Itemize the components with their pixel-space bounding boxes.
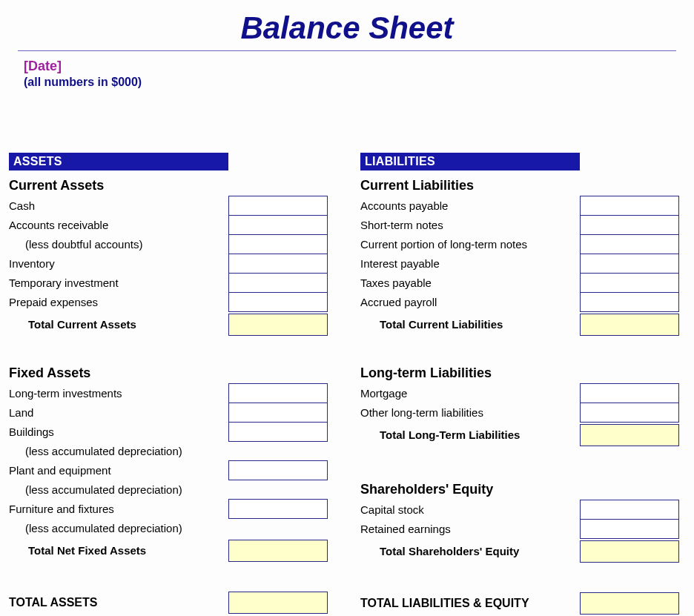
line-item-label: Other long-term liabilities [360, 403, 580, 423]
line-item-row: Temporary investment [9, 274, 334, 293]
total-current-liabilities-label: Total Current Liabilities [360, 312, 580, 337]
total-shareholders-equity-label: Total Shareholders' Equity [360, 539, 580, 564]
line-item-row: Long-term investments [9, 384, 334, 403]
line-item-row: Accounts receivable [9, 216, 334, 235]
total-longterm-liabilities-row: Total Long-Term Liabilities [360, 423, 685, 448]
line-item-label: Interest payable [360, 254, 580, 274]
total-fixed-assets-cell[interactable] [228, 540, 328, 562]
line-item-label: (less doubtful accounts) [9, 235, 228, 254]
total-longterm-liabilities-label: Total Long-Term Liabilities [360, 423, 580, 448]
line-item-label: Short-term notes [360, 216, 580, 235]
line-item-cell[interactable] [580, 500, 679, 520]
line-item-row: Retained earnings [360, 520, 685, 539]
line-item-label: Accrued payroll [360, 293, 580, 312]
total-liabilities-equity-label: TOTAL LIABILITIES & EQUITY [360, 597, 580, 610]
line-item-cell[interactable] [228, 273, 328, 293]
line-item-row: (less accumulated depreciation) [9, 519, 334, 538]
line-item-cell[interactable] [228, 499, 328, 519]
line-item-cell[interactable] [580, 234, 679, 254]
line-item-cell[interactable] [580, 254, 679, 274]
line-item-row: Other long-term liabilities [360, 403, 685, 423]
total-liabilities-equity-cell[interactable] [580, 592, 679, 615]
line-item-label: (less accumulated depreciation) [9, 480, 228, 500]
line-item-cell[interactable] [228, 196, 328, 216]
shareholders-equity-heading: Shareholders' Equity [360, 482, 685, 497]
line-item-label: Furniture and fixtures [9, 500, 228, 519]
line-item-label: Taxes payable [360, 274, 580, 293]
fixed-assets-heading: Fixed Assets [9, 365, 334, 381]
total-liabilities-equity-row: TOTAL LIABILITIES & EQUITY [360, 591, 685, 616]
line-item-cell[interactable] [580, 215, 679, 235]
line-item-row: Mortgage [360, 384, 685, 403]
empty-cell-spacer [228, 519, 328, 538]
line-item-label: Cash [9, 196, 228, 216]
line-item-row: Short-term notes [360, 216, 685, 235]
line-item-row: Land [9, 403, 334, 423]
line-item-cell[interactable] [580, 196, 679, 216]
line-item-label: Accounts receivable [9, 216, 228, 235]
total-current-assets-cell[interactable] [228, 314, 328, 336]
longterm-liabilities-rows: MortgageOther long-term liabilities [360, 384, 685, 423]
line-item-row: Current portion of long-term notes [360, 235, 685, 254]
total-fixed-assets-label: Total Net Fixed Assets [9, 538, 228, 563]
total-longterm-liabilities-cell[interactable] [580, 424, 679, 446]
line-item-row: (less doubtful accounts) [9, 235, 334, 254]
total-current-assets-row: Total Current Assets [9, 312, 334, 337]
date-placeholder[interactable]: [Date] [24, 59, 690, 74]
line-item-label: Current portion of long-term notes [360, 235, 580, 254]
line-item-label: Mortgage [360, 384, 580, 403]
line-item-row: Inventory [9, 254, 334, 274]
total-fixed-assets-row: Total Net Fixed Assets [9, 538, 334, 563]
current-liabilities-heading: Current Liabilities [360, 178, 685, 193]
line-item-cell[interactable] [228, 254, 328, 274]
line-item-label: (less accumulated depreciation) [9, 519, 228, 538]
line-item-cell[interactable] [228, 215, 328, 235]
total-current-liabilities-cell[interactable] [580, 314, 679, 336]
line-item-row: (less accumulated depreciation) [9, 442, 334, 461]
line-item-row: Capital stock [360, 500, 685, 520]
columns: ASSETS Current Assets CashAccounts recei… [4, 153, 690, 616]
assets-column: ASSETS Current Assets CashAccounts recei… [9, 153, 334, 616]
total-shareholders-equity-cell[interactable] [580, 540, 679, 563]
title-divider [18, 50, 676, 51]
total-assets-cell[interactable] [228, 592, 328, 614]
assets-bar: ASSETS [9, 153, 228, 170]
line-item-row: Prepaid expenses [9, 293, 334, 312]
line-item-cell[interactable] [228, 234, 328, 254]
empty-cell-spacer [228, 480, 328, 500]
line-item-label: Prepaid expenses [9, 293, 228, 312]
current-assets-rows: CashAccounts receivable(less doubtful ac… [9, 196, 334, 312]
line-item-cell[interactable] [228, 422, 328, 442]
line-item-row: Taxes payable [360, 274, 685, 293]
total-current-liabilities-row: Total Current Liabilities [360, 312, 685, 337]
shareholders-equity-rows: Capital stockRetained earnings [360, 500, 685, 539]
total-shareholders-equity-row: Total Shareholders' Equity [360, 539, 685, 564]
line-item-label: Long-term investments [9, 384, 228, 403]
line-item-cell[interactable] [580, 403, 679, 423]
line-item-label: Retained earnings [360, 520, 580, 539]
longterm-liabilities-heading: Long-term Liabilities [360, 365, 685, 381]
line-item-label: Capital stock [360, 500, 580, 520]
total-current-assets-label: Total Current Assets [9, 312, 228, 337]
total-assets-row: TOTAL ASSETS [9, 590, 334, 615]
line-item-row: (less accumulated depreciation) [9, 480, 334, 500]
line-item-cell[interactable] [228, 383, 328, 403]
current-liabilities-rows: Accounts payableShort-term notesCurrent … [360, 196, 685, 312]
line-item-cell[interactable] [228, 292, 328, 312]
line-item-cell[interactable] [580, 273, 679, 293]
line-item-row: Interest payable [360, 254, 685, 274]
liabilities-bar: LIABILITIES [360, 153, 580, 170]
line-item-cell[interactable] [228, 460, 328, 480]
line-item-cell[interactable] [580, 519, 679, 539]
line-item-cell[interactable] [580, 292, 679, 312]
line-item-row: Cash [9, 196, 334, 216]
line-item-cell[interactable] [228, 403, 328, 423]
total-assets-label: TOTAL ASSETS [9, 596, 228, 609]
line-item-label: Accounts payable [360, 196, 580, 216]
line-item-label: Temporary investment [9, 274, 228, 293]
line-item-cell[interactable] [580, 383, 679, 403]
line-item-row: Plant and equipment [9, 461, 334, 480]
current-assets-heading: Current Assets [9, 178, 334, 193]
page-title: Balance Sheet [4, 0, 690, 50]
line-item-row: Buildings [9, 423, 334, 442]
